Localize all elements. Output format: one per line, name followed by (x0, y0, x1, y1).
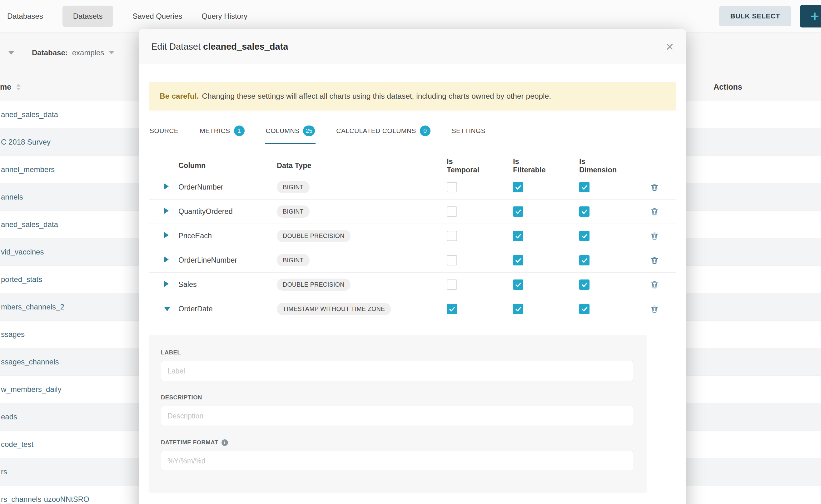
delete-column-icon[interactable] (650, 231, 659, 241)
modal-title-prefix: Edit Dataset (151, 42, 203, 52)
nav-actions: BULK SELECT + (719, 5, 821, 27)
database-filter-label: Database: (32, 48, 68, 57)
tab-label: CALCULATED COLUMNS (336, 127, 416, 135)
tab-badge: 0 (420, 126, 431, 136)
modal-header: Edit Dataset cleaned_sales_data × (139, 29, 686, 64)
column-row: Sales DOUBLE PRECISION (149, 273, 676, 297)
dataset-link[interactable]: mbers_channels_2 (1, 303, 64, 311)
nav-tabs: Databases Datasets Saved Queries Query H… (7, 6, 247, 27)
dataset-link[interactable]: ssages_channels (1, 358, 59, 366)
nav-item-query-history[interactable]: Query History (201, 12, 247, 21)
dataset-link[interactable]: annels (1, 193, 23, 201)
header-is-dimension: Is Dimension (553, 157, 619, 174)
add-dataset-button[interactable]: + (800, 5, 821, 27)
dataset-link[interactable]: annel_members (1, 165, 55, 174)
chevron-down-icon[interactable] (8, 51, 14, 55)
is-filterable-checkbox[interactable] (513, 304, 523, 314)
data-type-pill: TIMESTAMP WITHOUT TIME ZONE (277, 303, 391, 315)
is-dimension-checkbox[interactable] (579, 279, 590, 290)
tab-badge: 25 (303, 126, 315, 136)
data-type-pill: DOUBLE PRECISION (277, 230, 350, 242)
close-icon[interactable]: × (666, 40, 674, 53)
delete-column-icon[interactable] (650, 280, 659, 289)
is-dimension-checkbox[interactable] (579, 304, 590, 314)
dataset-link[interactable]: aned_sales_data (1, 220, 58, 229)
description-field-group: DESCRIPTION (161, 394, 647, 426)
database-filter-caret-icon[interactable] (109, 51, 114, 54)
delete-column-icon[interactable] (650, 256, 659, 265)
description-field-label: DESCRIPTION (161, 394, 647, 401)
modal-dataset-name: cleaned_sales_data (203, 42, 288, 52)
bulk-select-button[interactable]: BULK SELECT (719, 6, 792, 26)
column-name: PriceEach (178, 232, 212, 240)
is-dimension-checkbox[interactable] (579, 255, 590, 265)
delete-column-icon[interactable] (650, 207, 659, 216)
delete-column-icon[interactable] (650, 304, 659, 314)
is-filterable-checkbox[interactable] (513, 206, 523, 217)
name-column-header[interactable]: me (0, 82, 11, 91)
tab-metrics[interactable]: METRICS 1 (199, 118, 245, 144)
tab-calculated-columns[interactable]: CALCULATED COLUMNS 0 (335, 118, 431, 144)
expand-caret-icon[interactable] (164, 307, 170, 311)
header-is-temporal: Is Temporal (421, 157, 487, 174)
label-input[interactable] (161, 361, 633, 381)
tab-settings[interactable]: SETTINGS (451, 118, 486, 144)
dataset-link[interactable]: ssages (1, 330, 25, 339)
is-temporal-checkbox[interactable] (447, 182, 457, 192)
column-name: Sales (178, 280, 197, 289)
datetime-format-input[interactable] (161, 451, 633, 471)
expand-caret-icon[interactable] (164, 183, 169, 190)
nav-item-databases[interactable]: Databases (7, 12, 43, 21)
dataset-link[interactable]: rs (1, 467, 7, 476)
delete-column-icon[interactable] (650, 183, 659, 192)
warning-bold-text: Be careful. (160, 92, 199, 101)
data-type-pill: BIGINT (277, 205, 309, 218)
tab-label: SETTINGS (452, 127, 486, 135)
is-dimension-checkbox[interactable] (579, 231, 590, 241)
is-filterable-checkbox[interactable] (513, 182, 523, 192)
is-temporal-checkbox[interactable] (447, 304, 457, 314)
is-temporal-checkbox[interactable] (447, 279, 457, 290)
columns-table-header: Column Data Type Is Temporal Is Filterab… (149, 156, 676, 175)
expand-caret-icon[interactable] (164, 256, 169, 263)
sort-icon[interactable] (16, 84, 21, 90)
expand-caret-icon[interactable] (164, 281, 169, 287)
dataset-link[interactable]: C 2018 Survey (1, 138, 51, 146)
tab-label: COLUMNS (266, 127, 299, 135)
info-icon[interactable]: i (221, 439, 228, 446)
dataset-link[interactable]: aned_sales_data (1, 110, 58, 119)
dataset-link[interactable]: rs_channels-uzooNNtSRO (1, 495, 89, 504)
dataset-link[interactable]: vid_vaccines (1, 248, 44, 256)
header-column: Column (178, 161, 277, 170)
nav-item-saved-queries[interactable]: Saved Queries (132, 12, 182, 21)
warning-banner: Be careful. Changing these settings will… (149, 82, 676, 111)
dataset-link[interactable]: eads (1, 413, 17, 421)
description-input[interactable] (161, 406, 633, 426)
expand-caret-icon[interactable] (164, 232, 169, 238)
edit-dataset-modal: Edit Dataset cleaned_sales_data × Be car… (139, 29, 686, 504)
database-filter-value[interactable]: examples (72, 48, 104, 57)
is-dimension-checkbox[interactable] (579, 182, 590, 192)
modal-tabs: SOURCE METRICS 1 COLUMNS 25 CALCULATED C… (149, 118, 676, 144)
nav-item-datasets[interactable]: Datasets (62, 6, 113, 27)
is-dimension-checkbox[interactable] (579, 206, 590, 217)
tab-source[interactable]: SOURCE (149, 118, 179, 144)
column-detail-panel: LABEL DESCRIPTION DATETIME FORMAT i (149, 335, 647, 493)
warning-text: Changing these settings will affect all … (202, 92, 551, 101)
is-filterable-checkbox[interactable] (513, 255, 523, 265)
is-temporal-checkbox[interactable] (447, 255, 457, 265)
dataset-link[interactable]: w_members_daily (1, 385, 61, 394)
is-filterable-checkbox[interactable] (513, 231, 523, 241)
is-temporal-checkbox[interactable] (447, 231, 457, 241)
is-filterable-checkbox[interactable] (513, 279, 523, 290)
expand-caret-icon[interactable] (164, 208, 169, 214)
is-temporal-checkbox[interactable] (447, 206, 457, 217)
dataset-link[interactable]: ported_stats (1, 275, 42, 284)
tab-label: SOURCE (150, 127, 178, 135)
label-field-label: LABEL (161, 349, 647, 356)
dataset-link[interactable]: code_test (1, 440, 33, 449)
column-row: OrderDate TIMESTAMP WITHOUT TIME ZONE (149, 297, 676, 321)
tab-columns[interactable]: COLUMNS 25 (265, 118, 316, 144)
column-row: PriceEach DOUBLE PRECISION (149, 224, 676, 248)
datetime-format-label: DATETIME FORMAT (161, 439, 218, 446)
